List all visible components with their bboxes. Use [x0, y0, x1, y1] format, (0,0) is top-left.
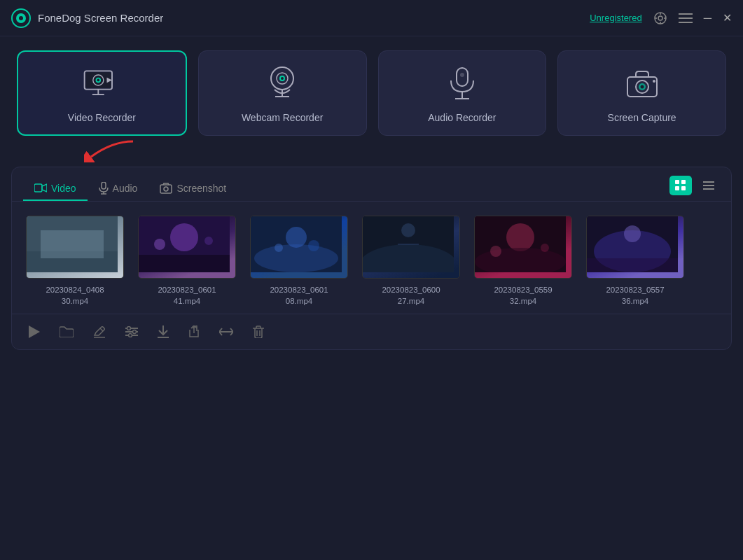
mode-label-audio-recorder: Audio Recorder: [428, 112, 496, 123]
svg-rect-41: [160, 185, 172, 193]
titlebar-actions: Unregistered ─ ✕: [590, 11, 732, 25]
svg-point-83: [133, 330, 137, 334]
screenshot-tab-icon: [160, 183, 172, 194]
edit-button[interactable]: [90, 323, 109, 341]
svg-rect-38: [102, 182, 106, 189]
delete-button[interactable]: [250, 323, 267, 341]
mode-card-screen-capture[interactable]: Screen Capture: [557, 50, 726, 136]
svg-rect-75: [587, 258, 678, 272]
svg-rect-45: [675, 186, 679, 190]
svg-point-4: [658, 16, 662, 20]
file-thumbnail: [362, 216, 460, 279]
svg-point-27: [460, 73, 464, 77]
list-view-button[interactable]: [697, 176, 720, 195]
svg-point-33: [640, 85, 644, 89]
svg-point-57: [204, 237, 213, 245]
titlebar: FoneDog Screen Recorder Unregistered ─: [0, 0, 743, 36]
settings-button[interactable]: [123, 323, 141, 340]
svg-rect-44: [681, 180, 686, 184]
svg-point-61: [275, 244, 283, 252]
download-button[interactable]: [155, 323, 172, 341]
file-thumbnail: [26, 216, 124, 279]
mode-label-screen-capture: Screen Capture: [608, 112, 676, 123]
svg-rect-36: [34, 184, 42, 192]
svg-point-23: [281, 77, 284, 80]
app-logo: [11, 8, 31, 28]
mode-card-webcam-recorder[interactable]: Webcam Recorder: [198, 50, 367, 136]
tab-screenshot-label: Screenshot: [176, 183, 226, 194]
file-name: 20230823_0600 27.mp4: [382, 284, 440, 307]
video-recorder-icon: [81, 67, 123, 102]
svg-point-56: [154, 239, 165, 250]
file-name: 20230823_0557 36.mp4: [606, 284, 664, 307]
tabs-bar: Video Audio Scr: [12, 167, 731, 202]
svg-point-65: [401, 223, 415, 237]
svg-point-16: [97, 79, 100, 82]
svg-rect-52: [41, 230, 104, 258]
svg-point-74: [624, 225, 641, 242]
file-thumbnail: [474, 216, 572, 279]
svg-marker-76: [29, 326, 40, 338]
list-item[interactable]: 20230823_0600 27.mp4: [362, 216, 460, 307]
svg-point-42: [164, 187, 168, 191]
tab-video-label: Video: [51, 183, 76, 194]
file-grid: 20230824_0408 30.mp4 20230823_0601 41.mp…: [12, 202, 731, 314]
mode-label-video-recorder: Video Recorder: [68, 112, 136, 123]
svg-rect-46: [681, 186, 686, 190]
webcam-recorder-icon: [261, 67, 303, 102]
tab-video[interactable]: Video: [23, 177, 88, 201]
mode-card-video-recorder[interactable]: Video Recorder: [17, 50, 187, 136]
svg-line-77: [100, 328, 103, 331]
tab-audio[interactable]: Audio: [88, 176, 149, 202]
svg-point-82: [127, 327, 131, 330]
close-button[interactable]: ✕: [723, 13, 732, 24]
target-icon[interactable]: [653, 11, 667, 25]
svg-point-59: [254, 244, 338, 272]
app-title: FoneDog Screen Recorder: [38, 12, 590, 24]
move-button[interactable]: [216, 324, 236, 340]
svg-point-84: [129, 334, 132, 337]
file-name: 20230824_0408 30.mp4: [46, 284, 104, 307]
file-name: 20230823_0559 32.mp4: [494, 284, 552, 307]
view-toggle: [669, 176, 720, 201]
minimize-button[interactable]: ─: [704, 13, 711, 24]
file-name: 20230823_0601 41.mp4: [158, 284, 216, 307]
grid-view-button[interactable]: [669, 176, 692, 195]
play-button[interactable]: [26, 323, 43, 341]
svg-rect-55: [139, 255, 230, 272]
red-arrow: [84, 137, 140, 162]
svg-point-2: [19, 16, 23, 20]
audio-tab-icon: [99, 182, 109, 195]
file-name: 20230823_0601 08.mp4: [270, 284, 328, 307]
svg-point-71: [541, 244, 549, 252]
file-thumbnail: [138, 216, 236, 279]
file-thumbnail: [586, 216, 684, 279]
list-item[interactable]: 20230824_0408 30.mp4: [26, 216, 124, 307]
svg-point-62: [308, 240, 319, 251]
content-panel: Video Audio Scr: [11, 167, 732, 350]
list-item[interactable]: 20230823_0559 32.mp4: [474, 216, 572, 307]
tab-screenshot[interactable]: Screenshot: [148, 177, 237, 201]
svg-rect-43: [675, 180, 679, 184]
svg-point-60: [286, 227, 307, 248]
screen-capture-icon: [621, 67, 663, 102]
audio-recorder-icon: [441, 67, 483, 102]
mode-selector: Video Recorder Webcam Recorder: [0, 36, 743, 143]
share-button[interactable]: [186, 323, 202, 341]
folder-button[interactable]: [57, 323, 76, 340]
menu-icon[interactable]: [679, 13, 693, 24]
svg-point-34: [653, 80, 655, 83]
unregistered-link[interactable]: Unregistered: [590, 13, 641, 23]
mode-card-audio-recorder[interactable]: Audio Recorder: [378, 50, 547, 136]
list-item[interactable]: 20230823_0601 08.mp4: [250, 216, 348, 307]
list-item[interactable]: 20230823_0601 41.mp4: [138, 216, 236, 307]
svg-point-70: [490, 246, 501, 257]
tab-audio-label: Audio: [113, 183, 138, 194]
arrow-container: [0, 143, 743, 164]
svg-point-68: [506, 223, 534, 251]
video-tab-icon: [34, 183, 47, 192]
mode-label-webcam-recorder: Webcam Recorder: [242, 112, 323, 123]
svg-point-54: [170, 223, 198, 251]
list-item[interactable]: 20230823_0557 36.mp4: [586, 216, 684, 307]
file-thumbnail: [250, 216, 348, 279]
